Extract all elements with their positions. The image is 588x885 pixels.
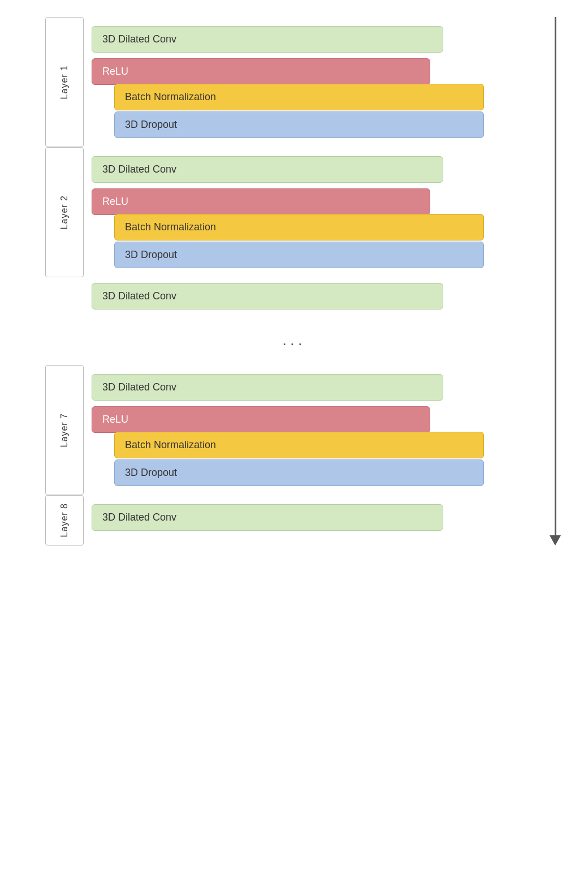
layer1-relu-block: ReLU [92, 58, 430, 85]
layer7-bn-block: Batch Normalization [114, 432, 484, 458]
layer8-conv-block: 3D Dilated Conv [92, 504, 443, 531]
layer7-label-box: Layer 7 [45, 365, 84, 495]
layer8-section: Layer 8 3D Dilated Conv [45, 495, 543, 545]
layer7-conv-block: 3D Dilated Conv [92, 374, 443, 401]
layer8-label: Layer 8 [59, 503, 70, 537]
layer8-blocks: 3D Dilated Conv [92, 495, 543, 545]
layer2-relu-group: ReLU Batch Normalization 3D Dropout [92, 188, 543, 268]
layer7-dropout-block: 3D Dropout [114, 459, 484, 486]
layer1-label-box: Layer 1 [45, 17, 84, 147]
layer1-bn-block: Batch Normalization [114, 84, 484, 110]
layer1-dropout-block: 3D Dropout [114, 111, 484, 138]
layer2-relu-block: ReLU [92, 188, 430, 215]
arrow-line [555, 17, 556, 535]
between-conv-block: 3D Dilated Conv [92, 283, 443, 310]
layer7-relu-group: ReLU Batch Normalization 3D Dropout [92, 406, 543, 486]
layer7-section: Layer 7 3D Dilated Conv ReLU Batch Norma… [45, 365, 543, 495]
flow-arrow [545, 17, 565, 545]
layer7-blocks: 3D Dilated Conv ReLU Batch Normalization… [92, 365, 543, 495]
layer2-dropout-block: 3D Dropout [114, 242, 484, 268]
dots-text: ... [282, 331, 305, 349]
layer2-label: Layer 2 [59, 195, 70, 229]
arrow-head [550, 535, 561, 545]
layer1-section: Layer 1 3D Dilated Conv ReLU Batch Norma… [45, 17, 543, 147]
dots-section: ... [45, 315, 543, 365]
layer2-conv-block: 3D Dilated Conv [92, 156, 443, 183]
layer1-blocks: 3D Dilated Conv ReLU Batch Normalization… [92, 17, 543, 147]
main-container: Layer 1 3D Dilated Conv ReLU Batch Norma… [45, 17, 543, 545]
layer7-label: Layer 7 [59, 413, 70, 447]
between-conv: 3D Dilated Conv [45, 277, 543, 315]
layer8-label-box: Layer 8 [45, 495, 84, 545]
layers-column: Layer 1 3D Dilated Conv ReLU Batch Norma… [45, 17, 543, 545]
layer2-label-box: Layer 2 [45, 147, 84, 277]
layer2-blocks: 3D Dilated Conv ReLU Batch Normalization… [92, 147, 543, 277]
layer2-bn-block: Batch Normalization [114, 214, 484, 240]
layer1-relu-group: ReLU Batch Normalization 3D Dropout [92, 58, 543, 138]
layer2-section: Layer 2 3D Dilated Conv ReLU Batch Norma… [45, 147, 543, 277]
layer1-label: Layer 1 [59, 65, 70, 99]
layer7-relu-block: ReLU [92, 406, 430, 433]
layer1-conv-block: 3D Dilated Conv [92, 26, 443, 53]
